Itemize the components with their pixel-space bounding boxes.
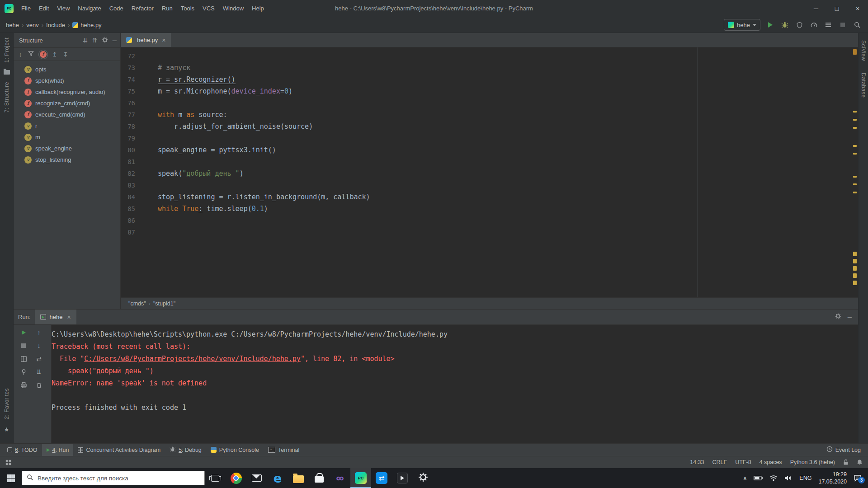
start-button[interactable] [0,468,22,488]
breadcrumb-hehe-py[interactable]: hehe.py [71,22,103,28]
menu-view[interactable]: View [53,0,74,17]
close-tab-icon[interactable]: × [162,37,165,44]
cursor-position[interactable]: 14:33 [690,459,704,465]
network-icon[interactable] [769,475,778,481]
favorites-star-icon[interactable]: ★ [4,427,9,432]
editor-breadcrumb[interactable]: "stupid1" [152,300,177,307]
toolwindow-5-debug[interactable]: 5: Debug [165,444,206,456]
hide-run-panel-icon[interactable]: ─ [848,314,852,320]
structure-item-speak-engine[interactable]: v speak_engine [14,143,120,154]
structure-item-callback[interactable]: f callback(recognizer, audio) [14,86,120,98]
down-stack-trace-button[interactable]: ↓ [35,342,43,350]
project-folder-icon[interactable] [4,70,10,75]
menu-edit[interactable]: Edit [35,0,53,17]
structure-item-r[interactable]: v r [14,120,120,131]
run-config-select[interactable]: hehe [724,19,760,31]
editor-breadcrumb[interactable]: "cmds" [127,300,147,307]
structure-item-execute-cmd[interactable]: f execute_cmd(cmd) [14,109,120,120]
taskbar-clock[interactable]: 19:29 17.05.2020 [818,471,847,486]
toolwindow-database-button[interactable]: Database [860,73,867,98]
structure-item-opts[interactable]: v opts [14,64,120,75]
rerun-button[interactable] [19,328,28,337]
taskbar-file-explorer[interactable] [288,468,309,488]
taskbar-pycharm[interactable]: PC [350,468,371,488]
indent-style[interactable]: 4 spaces [760,459,782,465]
taskbar-visual-studio[interactable]: ∞ [330,468,350,488]
show-functions-toggle-icon[interactable]: f [40,51,47,58]
hidden-icons-chevron-icon[interactable]: ∧ [743,475,747,481]
taskbar-store[interactable] [309,468,330,488]
line-separator[interactable]: CRLF [712,459,727,465]
stop-button[interactable] [19,342,28,350]
clear-console-button[interactable] [35,381,43,389]
run-tab-hehe[interactable]: hehe × [35,310,76,324]
autoscroll-from-source-icon[interactable]: ↧ [63,51,68,58]
restore-layout-button[interactable] [19,355,28,363]
menu-refactor[interactable]: Refactor [127,0,158,17]
menu-code[interactable]: Code [105,0,127,17]
run-settings-gear-icon[interactable] [835,313,841,321]
close-button[interactable]: × [847,0,868,17]
toolwindow-favorites-button[interactable]: 2: Favorites [4,388,10,419]
run-button[interactable] [766,20,775,29]
debug-bug-icon[interactable] [780,20,789,29]
structure-item-recognize-cmd[interactable]: f recognize_cmd(cmd) [14,98,120,109]
taskbar-media[interactable] [392,468,413,488]
run-with-coverage-icon[interactable] [795,20,804,29]
toolwindow-project-button[interactable]: 1: Project [4,38,10,63]
taskbar-chrome[interactable] [226,468,246,488]
maximize-button[interactable]: □ [826,0,847,17]
print-console-button[interactable] [19,381,28,389]
file-encoding[interactable]: UTF-8 [735,459,751,465]
breadcrumb-venv[interactable]: venv [25,22,40,28]
toolwindow-sciview-button[interactable]: SciView [860,40,867,61]
toolwindow-structure-button[interactable]: 7: Structure [4,82,10,113]
language-indicator[interactable]: ENG [799,475,811,481]
toolwindow-event-log[interactable]: Event Log [822,446,865,454]
structure-item-spek[interactable]: f spek(what) [14,75,120,86]
menu-run[interactable]: Run [158,0,177,17]
toolwindow-switcher-icon[interactable] [5,460,11,465]
minimize-button[interactable]: ─ [806,0,826,17]
toolwindow-python-console[interactable]: Python Console [206,444,264,456]
tab-hehe-py[interactable]: hehe.py × [121,33,171,47]
menu-tools[interactable]: Tools [177,0,198,17]
notifications-bell-icon[interactable] [857,459,863,465]
scroll-to-end-button[interactable]: ⇊ [35,368,43,376]
error-stripe[interactable] [852,47,858,297]
breadcrumb-include[interactable]: Include [45,22,66,28]
taskbar-teamviewer[interactable]: ⇄ [371,468,392,488]
readonly-lock-icon[interactable] [843,459,849,465]
taskbar-mail[interactable] [246,468,267,488]
taskbar-search-input[interactable] [38,475,200,482]
menu-file[interactable]: File [17,0,35,17]
battery-icon[interactable] [754,475,763,481]
run-console-output[interactable]: C:\Users\w8\Desktop\hehe\Scripts\python.… [52,325,858,443]
action-center-button[interactable]: 3 [854,474,862,482]
toolwindow-concurrent-activities-diagram[interactable]: Concurrent Activities Diagram [73,444,165,456]
autoscroll-to-source-icon[interactable]: ↥ [52,51,57,58]
taskbar-settings[interactable] [413,468,434,488]
code-editor[interactable]: 72 73 # запуск 74 r = sr.Recognizer() 75… [121,47,858,297]
menu-help[interactable]: Help [248,0,268,17]
taskbar-edge[interactable]: e [267,468,288,488]
structure-settings-gear-icon[interactable] [102,37,108,44]
task-view-button[interactable] [205,468,226,488]
up-stack-trace-button[interactable]: ↑ [35,328,43,337]
taskbar-search[interactable] [22,471,205,485]
sort-alphabetically-icon[interactable]: ↕ [19,51,22,58]
filter-members-icon[interactable] [28,51,34,58]
toolwindow-terminal[interactable]: >_Terminal [264,444,304,456]
profiler-icon[interactable] [809,20,818,29]
structure-item-m[interactable]: v m [14,131,120,143]
volume-icon[interactable] [784,475,793,481]
search-everywhere-icon[interactable] [853,20,862,29]
python-interpreter[interactable]: Python 3.6 (hehe) [790,459,835,465]
toolwindow-4-run[interactable]: 4: Run [42,444,74,456]
more-actions-icon[interactable] [824,20,833,29]
menu-window[interactable]: Window [219,0,248,17]
breadcrumb-hehe[interactable]: hehe [5,22,20,28]
menu-vcs[interactable]: VCS [198,0,219,17]
collapse-all-icon[interactable]: ⇈ [92,38,97,43]
hide-panel-icon[interactable]: ─ [113,38,117,43]
